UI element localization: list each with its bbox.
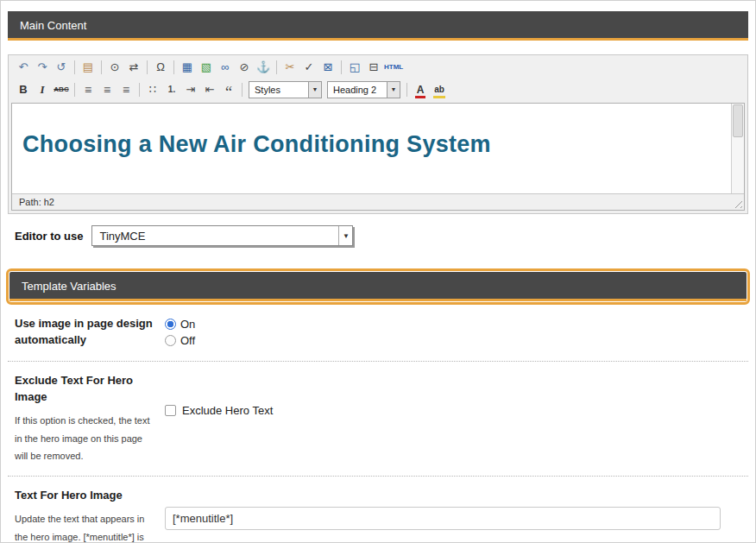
radio-on-icon[interactable] — [165, 319, 176, 330]
template-variables-form: Use image in page design automatically O… — [8, 305, 748, 543]
main-content-section-header: Main Content — [8, 11, 748, 41]
text-color-icon[interactable]: A — [412, 81, 429, 98]
toolbar-separator — [242, 83, 243, 97]
form-left-column: Text For Hero Image Update the text that… — [15, 488, 153, 543]
align-left-icon[interactable]: ≡ — [79, 81, 97, 98]
template-variables-section-header: Template Variables — [9, 272, 747, 301]
form-right-column — [165, 488, 741, 543]
strikethrough-icon[interactable]: ABC — [53, 81, 70, 98]
special-character-icon[interactable]: Ω — [152, 59, 169, 76]
radio-option-on[interactable]: On — [165, 318, 741, 331]
resource-edit-page: Main Content ↶ ↷ ↺ ▤ ⊙ ⇄ Ω ▦ ▧ ∞ ⊘ ⚓ ✂ ✓… — [0, 0, 756, 543]
toolbar-separator — [74, 60, 75, 74]
align-center-icon[interactable]: ≡ — [98, 81, 116, 98]
chevron-down-icon: ▼ — [308, 82, 321, 98]
editor-path-label: Path: h2 — [19, 197, 54, 207]
toolbar-separator — [74, 83, 75, 97]
bold-icon[interactable]: B — [15, 81, 32, 98]
hero-text-input[interactable] — [165, 507, 721, 530]
fullscreen-icon[interactable]: ◱ — [346, 59, 363, 76]
scrollbar-thumb[interactable] — [733, 104, 743, 137]
radio-off-icon[interactable] — [165, 335, 176, 346]
form-right-column: On Off — [165, 316, 741, 350]
numbered-list-icon[interactable]: 1. — [163, 81, 180, 98]
editor-toolbar-row2: B I ABC ≡ ≡ ≡ ∷ 1. ⇥ ⇤ “ Styles ▼ Headin… — [9, 79, 747, 102]
format-dropdown-value: Heading 2 — [328, 82, 387, 98]
toolbar-separator — [406, 83, 407, 97]
chevron-down-icon: ▼ — [338, 226, 352, 245]
exclude-hero-description: If this option is checked, the text in t… — [15, 412, 153, 466]
outdent-icon[interactable]: ⇤ — [201, 81, 218, 98]
form-row-exclude-hero-text: Exclude Text For Hero Image If this opti… — [8, 362, 748, 477]
align-right-icon[interactable]: ≡ — [117, 81, 135, 98]
exclude-hero-checkbox[interactable] — [165, 405, 176, 416]
editor-frame: Choosing a New Air Conditioning System P… — [11, 103, 745, 211]
unlink-icon[interactable]: ⊘ — [236, 59, 253, 76]
image-in-design-label: Use image in page design automatically — [15, 316, 153, 349]
styles-dropdown[interactable]: Styles ▼ — [249, 81, 322, 98]
indent-icon[interactable]: ⇥ — [182, 81, 199, 98]
main-content-title: Main Content — [20, 19, 86, 32]
italic-icon[interactable]: I — [34, 81, 51, 98]
highlight-icon[interactable]: ab — [431, 81, 448, 98]
editor-scrollbar[interactable] — [731, 104, 744, 193]
format-dropdown[interactable]: Heading 2 ▼ — [327, 81, 400, 98]
undo-icon[interactable]: ↶ — [15, 59, 32, 76]
editor-to-use-select[interactable]: TinyMCE ▼ — [91, 225, 353, 246]
editor-toolbar-row1: ↶ ↷ ↺ ▤ ⊙ ⇄ Ω ▦ ▧ ∞ ⊘ ⚓ ✂ ✓ ⊠ ◱ ⊟ HTML — [9, 55, 747, 79]
editor-to-use-value: TinyMCE — [92, 226, 338, 245]
insert-image-icon[interactable]: ▧ — [198, 59, 215, 76]
toolbar-separator — [173, 60, 174, 74]
editor-content-heading: Choosing a New Air Conditioning System — [22, 131, 721, 158]
tinymce-editor: ↶ ↷ ↺ ▤ ⊙ ⇄ Ω ▦ ▧ ∞ ⊘ ⚓ ✂ ✓ ⊠ ◱ ⊟ HTML — [8, 54, 748, 214]
toolbar-separator — [139, 83, 140, 97]
hero-text-label: Text For Hero Image — [15, 488, 153, 504]
link-icon[interactable]: ∞ — [217, 59, 234, 76]
find-replace-icon[interactable]: ⇄ — [125, 59, 142, 76]
exclude-hero-label: Exclude Text For Hero Image — [15, 373, 153, 406]
redo-icon[interactable]: ↷ — [34, 59, 51, 76]
form-row-hero-text: Text For Hero Image Update the text that… — [8, 477, 748, 543]
editor-content-area[interactable]: Choosing a New Air Conditioning System — [12, 104, 731, 193]
insert-table-icon[interactable]: ▦ — [179, 59, 196, 76]
exclude-hero-checkbox-label: Exclude Hero Text — [182, 404, 273, 417]
form-left-column: Exclude Text For Hero Image If this opti… — [15, 373, 153, 465]
toolbar-separator — [341, 60, 342, 74]
styles-dropdown-value: Styles — [249, 82, 308, 98]
toolbar-separator — [101, 60, 102, 74]
hero-text-description: Update the text that appears in the hero… — [15, 510, 153, 543]
toolbar-separator — [147, 60, 148, 74]
radio-off-label: Off — [180, 334, 195, 347]
radio-on-label: On — [180, 318, 195, 331]
spellcheck-icon[interactable]: ✓ — [300, 59, 318, 76]
template-variables-title: Template Variables — [22, 280, 117, 293]
editor-to-use-row: Editor to use TinyMCE ▼ — [15, 225, 741, 246]
form-left-column: Use image in page design automatically — [15, 316, 153, 350]
form-row-image-in-design: Use image in page design automatically O… — [8, 305, 748, 362]
resize-grip-icon[interactable] — [732, 198, 742, 208]
find-icon[interactable]: ⊙ — [106, 59, 123, 76]
exclude-hero-checkbox-row[interactable]: Exclude Hero Text — [165, 404, 741, 417]
toolbar-separator — [276, 60, 277, 74]
chevron-down-icon: ▼ — [387, 82, 400, 98]
anchor-icon[interactable]: ⚓ — [255, 59, 272, 76]
print-icon[interactable]: ⊟ — [365, 59, 382, 76]
cleanup-icon[interactable]: ✂ — [281, 59, 299, 76]
remove-format-icon[interactable]: ⊠ — [319, 59, 337, 76]
editor-to-use-label: Editor to use — [15, 230, 83, 243]
html-source-icon[interactable]: HTML — [384, 59, 403, 76]
restore-icon[interactable]: ↺ — [53, 59, 70, 76]
radio-option-off[interactable]: Off — [165, 334, 741, 347]
editor-body: Choosing a New Air Conditioning System — [12, 104, 744, 193]
paste-icon[interactable]: ▤ — [79, 59, 97, 76]
blockquote-icon[interactable]: “ — [220, 81, 237, 98]
editor-status-bar: Path: h2 — [12, 193, 744, 210]
bullet-list-icon[interactable]: ∷ — [144, 81, 161, 98]
form-right-column: Exclude Hero Text — [165, 373, 741, 465]
template-variables-highlight: Template Variables — [6, 268, 750, 305]
